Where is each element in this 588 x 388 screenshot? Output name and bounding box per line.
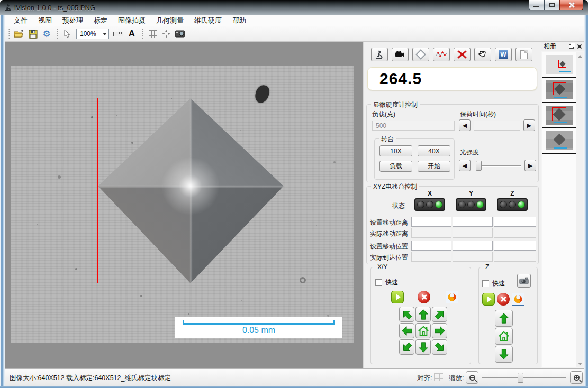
thumbnail-image-4[interactable] — [546, 131, 573, 150]
menu-geometry-measure[interactable]: 几何测量 — [151, 15, 189, 26]
select-tool-button[interactable] — [60, 27, 74, 40]
menu-file[interactable]: 文件 — [8, 15, 33, 26]
zoom-combobox-dropdown[interactable] — [101, 29, 108, 39]
jog-left-button[interactable] — [399, 323, 414, 338]
thumbnail-image-1[interactable] — [546, 55, 573, 74]
microscope-button[interactable] — [371, 48, 388, 61]
menu-preprocess[interactable]: 预处理 — [57, 15, 88, 26]
close-button[interactable] — [559, 0, 583, 10]
undock-icon[interactable] — [569, 44, 574, 49]
export-word-button[interactable]: W — [495, 48, 512, 61]
scroll-down-button[interactable] — [576, 360, 584, 367]
jog-up-right-button[interactable] — [432, 307, 447, 322]
open-file-button[interactable] — [12, 27, 26, 40]
album-scrollbar[interactable] — [576, 52, 583, 367]
align-grid-icon[interactable] — [434, 373, 443, 381]
stop-x-icon — [421, 294, 427, 300]
live-video-button[interactable] — [392, 48, 409, 61]
window-border-left — [0, 15, 5, 386]
zoom-in-button[interactable] — [570, 371, 583, 384]
thumbnail-image-2[interactable] — [546, 80, 573, 99]
save-button[interactable] — [26, 27, 40, 40]
actual-position-y-input — [453, 252, 493, 262]
new-report-button[interactable] — [515, 48, 532, 61]
thumbnail-cell-2[interactable] — [542, 78, 576, 103]
minimize-button[interactable] — [529, 0, 544, 10]
text-tool-button[interactable]: A — [125, 27, 139, 40]
xy-run-button[interactable] — [391, 291, 404, 303]
status-info-text: 图像大小:640X512 载入标定:640X512_维氏标定块标定 — [10, 374, 171, 383]
load-position-button[interactable]: 负载 — [379, 161, 412, 172]
jog-home-button[interactable] — [415, 323, 431, 338]
menu-vickers-hardness[interactable]: 维氏硬度 — [189, 15, 227, 26]
measure-indent-button[interactable] — [412, 48, 429, 61]
set-distance-y-input[interactable] — [453, 217, 493, 227]
z-reset-button[interactable] — [512, 293, 524, 306]
zoom-level-combobox[interactable]: 100% — [76, 29, 109, 39]
album-close-icon[interactable] — [577, 44, 582, 49]
z-home-button[interactable] — [495, 328, 513, 345]
set-position-z-input[interactable] — [494, 241, 536, 251]
set-position-y-input[interactable] — [453, 241, 493, 251]
light-increment-button[interactable]: ▶ — [524, 160, 536, 171]
z-fast-checkbox[interactable] — [482, 280, 489, 287]
delete-measure-button[interactable] — [454, 48, 471, 61]
menu-view[interactable]: 视图 — [33, 15, 57, 26]
z-fast-label: 快速 — [492, 279, 505, 288]
set-distance-z-input[interactable] — [494, 217, 536, 227]
xy-reset-button[interactable] — [446, 291, 458, 303]
dwell-decrement-button[interactable]: ◀ — [459, 119, 471, 131]
z-arrow-down-icon — [498, 348, 510, 360]
settings-button[interactable]: ⚙ — [40, 27, 53, 40]
z-jog-up-button[interactable] — [495, 310, 513, 327]
data-points-button[interactable] — [433, 48, 450, 61]
jog-down-right-button[interactable] — [432, 339, 447, 355]
tester-control-group: 显微硬度计控制 负载(克) 保荷时间(秒) ◀ ▶ 转台 10X 40X 负载 … — [366, 104, 539, 182]
view-zoom-slider-handle[interactable] — [518, 373, 523, 383]
dwell-increment-button[interactable]: ▶ — [523, 119, 535, 131]
measurement-toolbar: W — [371, 48, 532, 61]
zoom-out-button[interactable] — [466, 371, 478, 384]
z-jog-down-button[interactable] — [495, 346, 513, 363]
center-align-button[interactable] — [159, 27, 173, 40]
light-slider-handle[interactable] — [476, 161, 482, 171]
light-decrement-button[interactable]: ◀ — [459, 160, 471, 171]
jog-up-button[interactable] — [415, 307, 431, 322]
grid-toggle-button[interactable] — [146, 27, 159, 40]
micrograph-image[interactable]: 0.05 mm — [11, 66, 354, 343]
thumb1-scalebar — [559, 71, 571, 72]
image-viewport[interactable]: 0.05 mm — [5, 42, 364, 368]
scroll-up-button[interactable] — [576, 52, 584, 60]
menu-help[interactable]: 帮助 — [227, 15, 251, 26]
jog-up-left-button[interactable] — [399, 307, 414, 322]
z-focus-camera-button[interactable] — [517, 274, 531, 288]
scale-bar-bracket — [183, 320, 335, 325]
z-stop-button[interactable] — [497, 293, 510, 306]
set-position-x-input[interactable] — [411, 241, 451, 251]
capture-button[interactable] — [173, 27, 187, 40]
measure-tool-button[interactable] — [111, 27, 125, 40]
stage-group-title: XYZ电移台控制 — [371, 182, 419, 191]
xy-stop-button[interactable] — [418, 291, 430, 303]
jog-right-button[interactable] — [432, 323, 447, 338]
start-test-button[interactable]: 开始 — [418, 161, 450, 172]
light-slider-track[interactable] — [476, 165, 521, 166]
thumbnail-image-3[interactable] — [546, 106, 573, 125]
menu-image-capture[interactable]: 图像拍摄 — [113, 15, 151, 26]
view-zoom-slider-track[interactable] — [482, 377, 566, 378]
objective-10x-button[interactable]: 10X — [379, 145, 412, 156]
measurement-roi-rectangle[interactable] — [97, 98, 284, 283]
objective-40x-button[interactable]: 40X — [418, 145, 450, 156]
thumbnail-cell-1[interactable] — [542, 52, 576, 78]
set-distance-x-input[interactable] — [411, 217, 451, 227]
jog-down-button[interactable] — [415, 339, 431, 355]
tester-group-title: 显微硬度计控制 — [371, 100, 420, 109]
jog-down-left-button[interactable] — [399, 339, 414, 355]
maximize-button[interactable] — [544, 0, 559, 10]
thumbnail-cell-4[interactable] — [542, 128, 576, 154]
thumbnail-cell-3[interactable] — [542, 103, 576, 128]
pan-tool-button[interactable] — [474, 48, 491, 61]
xy-fast-checkbox[interactable] — [375, 279, 382, 286]
menu-calibration[interactable]: 标定 — [88, 15, 113, 26]
z-run-button[interactable] — [482, 293, 495, 306]
